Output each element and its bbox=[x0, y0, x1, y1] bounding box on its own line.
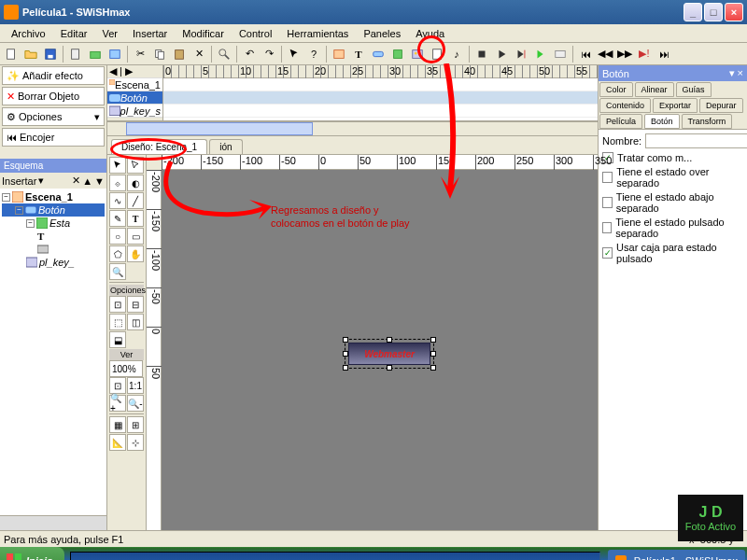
chk-pulsado[interactable]: Tiene el estado pulsado separado bbox=[602, 217, 743, 239]
name-input[interactable] bbox=[645, 133, 747, 148]
file-button[interactable] bbox=[66, 45, 85, 63]
selected-object[interactable]: Webmaster bbox=[348, 343, 430, 365]
menu-ver[interactable]: Ver bbox=[94, 26, 125, 41]
redo-button[interactable]: ↷ bbox=[260, 45, 278, 63]
tree-text-item[interactable]: T bbox=[2, 230, 105, 243]
resize-handle-s[interactable] bbox=[387, 365, 392, 371]
insert-sprite-icon[interactable] bbox=[388, 45, 407, 63]
zoom-100[interactable]: 1:1 bbox=[127, 377, 144, 394]
tree-boton[interactable]: − Botón bbox=[2, 203, 105, 217]
close-button[interactable]: × bbox=[725, 3, 743, 21]
tab-contenido[interactable]: Contenido bbox=[599, 98, 651, 113]
expand-icon[interactable]: − bbox=[2, 193, 10, 202]
tab-depurar[interactable]: Depurar bbox=[699, 98, 743, 113]
tl-boton-row[interactable]: Botón bbox=[107, 91, 162, 105]
outline-tree[interactable]: − Escena_1 − Botón − Esta T bbox=[0, 189, 106, 515]
insert-sound-icon[interactable]: ♪ bbox=[447, 45, 466, 63]
play-scene-button[interactable] bbox=[512, 45, 530, 63]
new-button[interactable] bbox=[2, 45, 21, 63]
step-back-button[interactable]: ◀◀ bbox=[596, 45, 614, 63]
text-tool[interactable]: T bbox=[127, 210, 144, 227]
resize-handle-sw[interactable] bbox=[343, 365, 348, 371]
menu-editar[interactable]: Editar bbox=[53, 26, 95, 41]
preview-button[interactable] bbox=[551, 45, 570, 63]
maximize-button[interactable]: □ bbox=[704, 3, 723, 21]
tab-color[interactable]: Color bbox=[599, 82, 633, 97]
goto-start-button[interactable]: ⏮ bbox=[576, 45, 595, 63]
stop-button[interactable] bbox=[472, 45, 491, 63]
menu-archivo[interactable]: Archivo bbox=[4, 26, 53, 41]
menu-ayuda[interactable]: Ayuda bbox=[408, 26, 452, 41]
delete-button[interactable]: ✕ bbox=[190, 45, 208, 63]
quicklaunch[interactable] bbox=[70, 552, 600, 560]
select-tool[interactable] bbox=[109, 157, 126, 174]
open-button[interactable] bbox=[21, 45, 40, 63]
html-button[interactable] bbox=[106, 45, 124, 63]
delete-object-button[interactable]: ✕Borrar Objeto bbox=[2, 87, 105, 105]
opt-4[interactable]: ◫ bbox=[127, 314, 144, 330]
ellipse-tool[interactable]: ○ bbox=[109, 228, 126, 245]
copy-button[interactable] bbox=[150, 45, 169, 63]
options-button[interactable]: ⚙Opciones▾ bbox=[2, 107, 105, 126]
zoom-in-icon[interactable]: 🔍+ bbox=[109, 395, 126, 412]
resize-handle-w[interactable] bbox=[343, 351, 348, 357]
paste-button[interactable] bbox=[170, 45, 189, 63]
tab-other[interactable]: ión bbox=[209, 139, 242, 154]
tab-boton[interactable]: Botón bbox=[644, 114, 680, 129]
opt-5[interactable]: ⬓ bbox=[109, 331, 126, 348]
insert-scene-button[interactable] bbox=[330, 45, 348, 63]
insert-image-icon[interactable] bbox=[408, 45, 427, 63]
menu-insertar[interactable]: Insertar bbox=[125, 26, 175, 41]
menu-modificar[interactable]: Modificar bbox=[175, 26, 232, 41]
pointer-button[interactable] bbox=[285, 45, 303, 63]
guides-toggle[interactable]: ⊹ bbox=[127, 434, 144, 451]
chk-abajo[interactable]: Tiene el estado abajo separado bbox=[602, 191, 743, 214]
play-effect-button[interactable] bbox=[531, 45, 550, 63]
pencil-tool[interactable]: ✎ bbox=[109, 210, 126, 227]
insert-button-icon[interactable] bbox=[369, 45, 388, 63]
zoom-input[interactable] bbox=[109, 360, 143, 377]
opt-1[interactable]: ⊡ bbox=[109, 296, 126, 313]
find-button[interactable] bbox=[215, 45, 233, 63]
save-button[interactable] bbox=[41, 45, 60, 63]
insert-text-icon[interactable]: T bbox=[349, 45, 368, 63]
tree-x-icon[interactable]: ✕ bbox=[72, 175, 80, 187]
chk-over[interactable]: Tiene el estado over separado bbox=[602, 166, 743, 189]
tree-up-icon[interactable]: ▲ bbox=[82, 175, 92, 187]
opt-2[interactable]: ⊟ bbox=[127, 296, 144, 313]
resize-handle-ne[interactable] bbox=[430, 337, 436, 343]
zoom-fit[interactable]: ⊡ bbox=[109, 377, 126, 394]
tree-down-icon[interactable]: ▼ bbox=[94, 175, 105, 187]
menu-paneles[interactable]: Paneles bbox=[356, 26, 408, 41]
tl-plkey-row[interactable]: pl_key_s bbox=[107, 105, 162, 118]
resize-handle-n[interactable] bbox=[387, 337, 392, 343]
resize-handle-se[interactable] bbox=[430, 365, 436, 371]
minimize-button[interactable]: _ bbox=[684, 3, 702, 21]
menu-control[interactable]: Control bbox=[232, 26, 279, 41]
snap-toggle[interactable]: ⊞ bbox=[127, 416, 144, 433]
chk-caja[interactable]: ✓Usar caja para estado pulsado bbox=[602, 242, 743, 264]
zoom-out-icon[interactable]: 🔍- bbox=[127, 395, 144, 412]
motion-path-tool[interactable]: ∿ bbox=[109, 192, 126, 209]
reshape-tool[interactable]: ⟐ bbox=[109, 175, 126, 191]
tab-transform[interactable]: Transform bbox=[682, 114, 733, 129]
timeline-ruler[interactable]: 05101520253035404550556065 bbox=[163, 65, 598, 78]
add-effect-button[interactable]: ✨Añadir efecto bbox=[2, 66, 105, 85]
resize-handle-e[interactable] bbox=[430, 351, 436, 357]
tab-pelicula[interactable]: Película bbox=[599, 114, 642, 129]
shrink-button[interactable]: ⏮Encojer bbox=[2, 128, 105, 147]
timeline-hscroll[interactable] bbox=[107, 121, 598, 136]
undo-button[interactable]: ↶ bbox=[240, 45, 259, 63]
expand-icon[interactable]: − bbox=[15, 206, 23, 215]
tl-nav[interactable]: ◀ | ▶ bbox=[107, 65, 162, 78]
autoshape-tool[interactable]: ⬠ bbox=[109, 245, 126, 262]
fill-transform-tool[interactable]: ◐ bbox=[127, 175, 144, 191]
menu-herramientas[interactable]: Herramientas bbox=[279, 26, 356, 41]
start-button[interactable]: Inicio bbox=[0, 547, 64, 560]
play-button[interactable] bbox=[492, 45, 511, 63]
left-hscroll[interactable] bbox=[0, 516, 106, 530]
grid-toggle[interactable]: ▦ bbox=[109, 416, 126, 433]
hand-tool[interactable]: ✋ bbox=[127, 245, 144, 262]
zoom-tool[interactable]: 🔍 bbox=[109, 263, 126, 280]
panel-menu-icon[interactable]: ▾ × bbox=[729, 67, 743, 79]
